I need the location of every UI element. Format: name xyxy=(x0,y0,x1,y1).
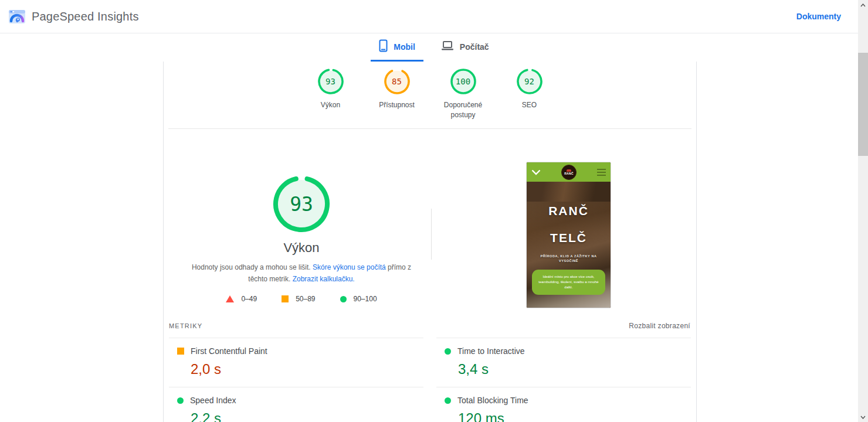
chevron-down-icon xyxy=(531,167,541,178)
category-score-value: 93 xyxy=(318,69,344,94)
report-card: 93 Výkon 85 Přístupnost 100 Doporučené p… xyxy=(163,62,697,422)
performance-section: 93 Výkon Hodnoty jsou odhady a mohou se … xyxy=(164,129,696,310)
metric-name: Speed Index xyxy=(190,396,236,405)
category-summary-item[interactable]: 92 SEO xyxy=(500,69,559,120)
app-header: PageSpeed Insights Dokumenty xyxy=(0,0,868,33)
metric-value: 120 ms xyxy=(458,410,691,422)
category-label: Přístupnost xyxy=(379,100,415,110)
site-hero-image: RANČ TELČ PŘÍRODA, KLID A ZÁŽITKY NA VYS… xyxy=(527,182,611,308)
metric-item[interactable]: Speed Index 2,2 s xyxy=(169,387,423,422)
site-logo-text: RANČ xyxy=(564,172,574,175)
metrics-section-label: METRIKY xyxy=(169,322,202,329)
category-summary-item[interactable]: 100 Doporučené postupy xyxy=(434,69,493,120)
metric-value: 2,2 s xyxy=(191,410,423,422)
legend-range-label: 50–89 xyxy=(296,295,315,303)
metric-name: First Contentful Paint xyxy=(191,346,267,356)
site-title-line1: RANČ xyxy=(527,182,611,218)
scroll-up-arrow-icon[interactable] xyxy=(858,0,868,10)
category-gauge: 85 xyxy=(384,69,410,94)
tab-desktop-label: Počítač xyxy=(460,42,489,52)
legend-shape-icon xyxy=(226,295,234,302)
category-gauge: 93 xyxy=(318,69,344,94)
legend-item: 50–89 xyxy=(282,295,315,303)
score-calculation-link[interactable]: Skóre výkonu se počítá xyxy=(313,263,386,271)
metric-item[interactable]: Total Blocking Time 120 ms xyxy=(436,387,691,422)
performance-gauge-panel: 93 Výkon Hodnoty jsou odhady a mohou se … xyxy=(169,129,433,303)
pagespeed-logo-icon xyxy=(8,9,26,24)
performance-score-gauge: 93 xyxy=(273,175,330,233)
metric-status-icon xyxy=(177,348,184,355)
hamburger-menu-icon xyxy=(597,169,606,176)
category-score-value: 100 xyxy=(450,69,476,94)
metric-status-icon xyxy=(445,397,451,404)
category-score-value: 85 xyxy=(384,69,410,94)
site-title-line2: TELČ xyxy=(527,231,611,245)
device-tabs: Mobil Počítač xyxy=(0,33,868,62)
metric-status-icon xyxy=(445,348,451,355)
desktop-laptop-icon xyxy=(441,40,454,53)
category-summary-item[interactable]: 85 Přístupnost xyxy=(368,69,426,120)
legend-shape-icon xyxy=(340,296,347,302)
docs-link[interactable]: Dokumenty xyxy=(796,12,841,21)
category-summary-row: 93 Výkon 85 Přístupnost 100 Doporučené p… xyxy=(164,62,696,120)
category-label: Výkon xyxy=(321,100,340,110)
vertical-scrollbar[interactable] xyxy=(858,0,868,422)
scroll-down-arrow-icon[interactable] xyxy=(858,412,868,422)
site-logo: RANČ xyxy=(561,165,577,180)
tab-desktop[interactable]: Počítač xyxy=(433,33,497,62)
performance-description: Hodnoty jsou odhady a mohou se lišit. Sk… xyxy=(184,261,419,285)
legend-range-label: 0–49 xyxy=(241,295,257,303)
expand-view-button[interactable]: Rozbalit zobrazení xyxy=(629,322,690,330)
legend-shape-icon xyxy=(282,295,289,302)
show-calculator-link[interactable]: Zobrazit kalkulačku. xyxy=(293,275,355,283)
metric-item[interactable]: First Contentful Paint 2,0 s xyxy=(169,338,423,387)
score-legend: 0–49 50–89 90–100 xyxy=(169,295,433,303)
metric-status-icon xyxy=(177,397,184,404)
site-screenshot-thumbnail: RANČ RANČ TELČ PŘÍRODA, KLID A ZÁŽITKY N… xyxy=(526,162,611,308)
site-subtitle: PŘÍRODA, KLID A ZÁŽITKY NA VYSOČINĚ xyxy=(527,254,611,263)
legend-range-label: 90–100 xyxy=(354,295,377,303)
scrollbar-thumb[interactable] xyxy=(858,53,868,156)
metrics-grid: First Contentful Paint 2,0 s Time to Int… xyxy=(169,338,691,422)
category-label: Doporučené postupy xyxy=(434,100,493,120)
tab-mobile[interactable]: Mobil xyxy=(371,33,423,62)
site-intro-pill: Ideální místo pro akce více osob, teambu… xyxy=(532,270,605,295)
tab-mobile-label: Mobil xyxy=(394,42,415,52)
mobile-phone-icon xyxy=(379,39,388,54)
category-gauge: 92 xyxy=(517,69,542,94)
category-gauge: 100 xyxy=(450,69,476,94)
site-header-bar: RANČ xyxy=(527,162,611,182)
category-score-value: 92 xyxy=(517,69,542,94)
metric-name: Time to Interactive xyxy=(457,346,525,356)
metric-value: 3,4 s xyxy=(458,361,691,377)
metric-item[interactable]: Time to Interactive 3,4 s xyxy=(436,338,691,387)
category-summary-item[interactable]: 93 Výkon xyxy=(301,69,360,120)
metric-value: 2,0 s xyxy=(191,361,423,377)
performance-title: Výkon xyxy=(169,240,433,256)
legend-item: 0–49 xyxy=(226,295,257,303)
page-title: PageSpeed Insights xyxy=(32,10,139,23)
vertical-divider xyxy=(431,209,432,260)
metrics-header: METRIKY Rozbalit zobrazení xyxy=(164,322,696,330)
metric-name: Total Blocking Time xyxy=(457,396,528,405)
performance-score-value: 93 xyxy=(273,175,330,233)
description-text: Hodnoty jsou odhady a mohou se lišit. xyxy=(192,263,313,271)
category-label: SEO xyxy=(522,100,537,110)
legend-item: 90–100 xyxy=(340,295,377,303)
